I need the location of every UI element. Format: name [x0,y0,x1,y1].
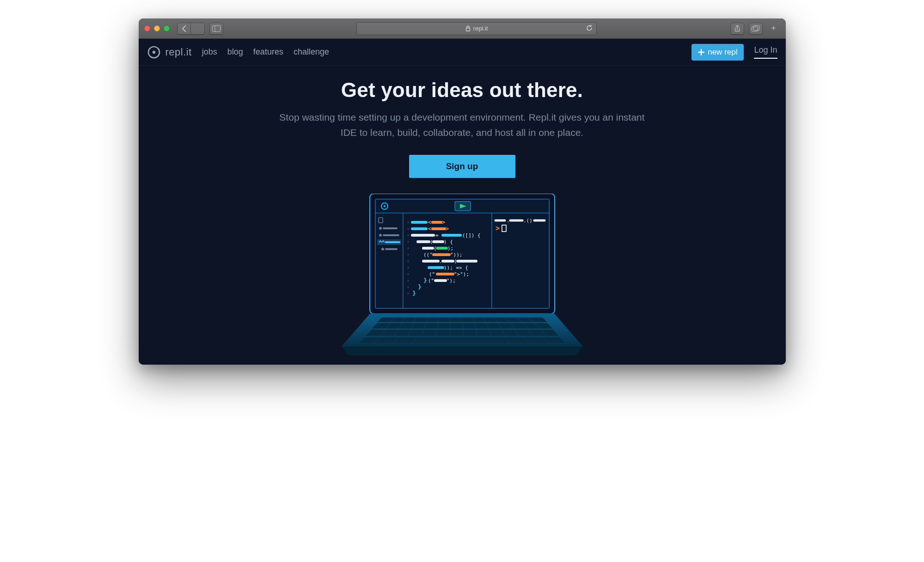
share-button[interactable] [730,23,744,35]
hero-illustration: < > < > = ([]) { ( [139,178,786,365]
new-tab-button[interactable]: + [767,24,780,33]
svg-point-31 [407,261,409,262]
svg-text:}: } [412,290,416,297]
svg-rect-2 [466,28,470,31]
hero: Get your ideas out there. Stop wasting t… [139,66,786,178]
signup-button[interactable]: Sign up [409,155,515,178]
svg-point-17 [379,227,382,230]
svg-point-11 [383,205,385,207]
reload-button[interactable] [586,24,593,32]
replit-logo-icon [147,45,161,59]
svg-text:>: > [496,224,500,232]
svg-text:">");: ">"); [454,271,469,277]
svg-text:(": (" [428,278,434,284]
nav-challenge[interactable]: challenge [294,47,329,57]
brand[interactable]: repl.it [147,45,192,59]
page-content: repl.it jobs blog features challenge new… [139,39,786,365]
svg-point-26 [407,228,409,230]
svg-text:);: ); [447,245,453,251]
hero-subtext: Stop wasting time setting up a developme… [273,110,652,140]
svg-point-19 [379,234,382,237]
window-controls [144,25,170,31]
nav-features[interactable]: features [253,47,283,57]
laptop-icon: < > < > = ([]) { ( [342,194,582,365]
lock-icon [465,25,471,31]
svg-text:>: > [446,226,449,232]
svg-point-27 [407,235,409,236]
svg-text:((": ((" [423,252,433,258]
svg-text:.(): .() [523,218,532,224]
forward-button[interactable] [191,23,205,35]
svg-text:<: < [428,219,431,226]
svg-point-29 [407,248,409,249]
address-bar[interactable]: repl.it [356,22,597,35]
svg-text:>: > [442,219,445,226]
svg-rect-3 [752,27,758,31]
svg-point-6 [152,50,155,53]
new-repl-button[interactable]: new repl [691,44,744,61]
zoom-window-icon[interactable] [164,25,170,31]
login-link[interactable]: Log In [754,45,777,59]
svg-text:(": (" [429,271,435,277]
titlebar: repl.it + [139,18,786,39]
svg-point-34 [407,280,409,281]
nav-back-forward [177,23,205,35]
svg-text:"));: ")); [450,252,463,258]
svg-rect-15 [492,213,549,308]
hero-headline: Get your ideas out there. [157,79,767,102]
site-nav: repl.it jobs blog features challenge new… [139,39,786,66]
svg-point-32 [407,267,409,269]
svg-point-23 [381,248,384,250]
back-button[interactable] [177,23,191,35]
show-sidebar-button[interactable] [209,23,223,35]
close-window-icon[interactable] [144,25,150,31]
nav-jobs[interactable]: jobs [202,47,217,57]
svg-text:)); => {: )); => { [444,265,468,271]
address-text: repl.it [473,25,488,32]
svg-text:");: "); [447,278,456,284]
svg-rect-0 [212,25,220,31]
svg-text:=: = [435,232,439,238]
svg-point-28 [407,241,409,243]
svg-text:) {: ) { [444,239,453,245]
svg-point-36 [407,293,409,294]
svg-point-33 [407,274,409,275]
svg-point-35 [407,287,409,288]
svg-text:}: } [423,277,427,284]
plus-icon [698,49,704,55]
show-tabs-button[interactable] [749,23,763,35]
browser-window: repl.it + [139,18,786,365]
brand-name: repl.it [165,46,192,58]
nav-blog[interactable]: blog [227,47,243,57]
minimize-window-icon[interactable] [154,25,160,31]
svg-point-30 [407,254,409,256]
svg-rect-4 [753,25,759,30]
svg-text:}: } [418,283,422,290]
new-repl-label: new repl [708,48,737,57]
svg-text:([]) {: ([]) { [462,232,481,238]
svg-text:<: < [428,226,431,232]
svg-point-25 [407,222,409,223]
